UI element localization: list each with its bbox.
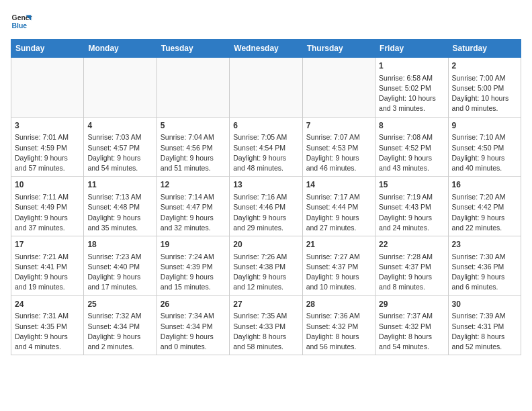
day-info: Sunrise: 7:01 AM Sunset: 4:59 PM Dayligh…: [15, 132, 80, 173]
calendar-cell: 24Sunrise: 7:31 AM Sunset: 4:35 PM Dayli…: [11, 295, 84, 355]
day-info: Sunrise: 7:37 AM Sunset: 4:32 PM Dayligh…: [379, 311, 444, 352]
calendar-cell: [84, 58, 157, 118]
calendar-cell: 2Sunrise: 7:00 AM Sunset: 5:00 PM Daylig…: [448, 58, 521, 118]
day-number: 16: [452, 179, 517, 191]
day-info: Sunrise: 7:23 AM Sunset: 4:40 PM Dayligh…: [87, 252, 152, 293]
calendar-cell: 4Sunrise: 7:03 AM Sunset: 4:57 PM Daylig…: [84, 117, 157, 177]
calendar-week-5: 24Sunrise: 7:31 AM Sunset: 4:35 PM Dayli…: [11, 295, 521, 355]
calendar-cell: 13Sunrise: 7:16 AM Sunset: 4:46 PM Dayli…: [230, 177, 302, 236]
day-number: 21: [306, 239, 371, 250]
day-info: Sunrise: 7:34 AM Sunset: 4:34 PM Dayligh…: [161, 311, 226, 352]
day-number: 26: [161, 299, 226, 310]
day-number: 18: [87, 239, 152, 250]
calendar-cell: 17Sunrise: 7:21 AM Sunset: 4:41 PM Dayli…: [11, 236, 84, 296]
calendar-cell: 16Sunrise: 7:20 AM Sunset: 4:42 PM Dayli…: [448, 177, 521, 236]
calendar-cell: [302, 58, 375, 118]
weekday-header-wednesday: Wednesday: [230, 40, 302, 58]
day-number: 15: [379, 179, 444, 191]
day-number: 23: [452, 239, 517, 250]
weekday-header-friday: Friday: [375, 40, 448, 58]
day-number: 24: [15, 299, 80, 310]
svg-text:Blue: Blue: [12, 22, 28, 30]
day-number: 19: [161, 239, 226, 250]
weekday-header-sunday: Sunday: [11, 40, 84, 58]
day-number: 3: [15, 120, 80, 132]
calendar-cell: 12Sunrise: 7:14 AM Sunset: 4:47 PM Dayli…: [157, 177, 229, 236]
day-info: Sunrise: 7:19 AM Sunset: 4:43 PM Dayligh…: [379, 192, 444, 233]
day-info: Sunrise: 7:21 AM Sunset: 4:41 PM Dayligh…: [15, 252, 80, 293]
day-number: 6: [233, 120, 298, 132]
calendar-cell: [157, 58, 229, 118]
day-info: Sunrise: 7:04 AM Sunset: 4:56 PM Dayligh…: [161, 132, 226, 173]
day-number: 12: [161, 179, 226, 191]
calendar-cell: 11Sunrise: 7:13 AM Sunset: 4:48 PM Dayli…: [84, 177, 157, 236]
day-info: Sunrise: 7:05 AM Sunset: 4:54 PM Dayligh…: [233, 132, 298, 173]
calendar-cell: 26Sunrise: 7:34 AM Sunset: 4:34 PM Dayli…: [157, 295, 229, 355]
calendar-cell: 23Sunrise: 7:30 AM Sunset: 4:36 PM Dayli…: [448, 236, 521, 296]
logo: General Blue: [11, 11, 32, 32]
calendar-cell: 19Sunrise: 7:24 AM Sunset: 4:39 PM Dayli…: [157, 236, 229, 296]
weekday-header-row: SundayMondayTuesdayWednesdayThursdayFrid…: [11, 40, 521, 58]
day-info: Sunrise: 7:14 AM Sunset: 4:47 PM Dayligh…: [161, 192, 226, 233]
calendar-cell: 30Sunrise: 7:39 AM Sunset: 4:31 PM Dayli…: [448, 295, 521, 355]
weekday-header-monday: Monday: [84, 40, 157, 58]
day-info: Sunrise: 7:16 AM Sunset: 4:46 PM Dayligh…: [233, 192, 298, 233]
day-number: 13: [233, 179, 298, 191]
day-info: Sunrise: 7:31 AM Sunset: 4:35 PM Dayligh…: [15, 311, 80, 352]
calendar-cell: 1Sunrise: 6:58 AM Sunset: 5:02 PM Daylig…: [375, 58, 448, 118]
calendar-cell: [230, 58, 302, 118]
day-number: 27: [233, 299, 298, 310]
calendar-cell: 3Sunrise: 7:01 AM Sunset: 4:59 PM Daylig…: [11, 117, 84, 177]
day-number: 8: [379, 120, 444, 132]
day-info: Sunrise: 7:39 AM Sunset: 4:31 PM Dayligh…: [452, 311, 517, 352]
calendar-cell: 10Sunrise: 7:11 AM Sunset: 4:49 PM Dayli…: [11, 177, 84, 236]
weekday-header-thursday: Thursday: [302, 40, 375, 58]
day-info: Sunrise: 7:17 AM Sunset: 4:44 PM Dayligh…: [306, 192, 371, 233]
calendar-cell: 7Sunrise: 7:07 AM Sunset: 4:53 PM Daylig…: [302, 117, 375, 177]
day-info: Sunrise: 7:32 AM Sunset: 4:34 PM Dayligh…: [87, 311, 152, 352]
day-info: Sunrise: 7:24 AM Sunset: 4:39 PM Dayligh…: [161, 252, 226, 293]
day-info: Sunrise: 7:28 AM Sunset: 4:37 PM Dayligh…: [379, 252, 444, 293]
day-info: Sunrise: 7:07 AM Sunset: 4:53 PM Dayligh…: [306, 132, 371, 173]
calendar-cell: 5Sunrise: 7:04 AM Sunset: 4:56 PM Daylig…: [157, 117, 229, 177]
day-number: 11: [87, 179, 152, 191]
day-info: Sunrise: 7:36 AM Sunset: 4:32 PM Dayligh…: [306, 311, 371, 352]
day-number: 10: [15, 179, 80, 191]
calendar-cell: 8Sunrise: 7:08 AM Sunset: 4:52 PM Daylig…: [375, 117, 448, 177]
day-number: 9: [452, 120, 517, 132]
calendar-cell: [11, 58, 84, 118]
calendar-cell: 27Sunrise: 7:35 AM Sunset: 4:33 PM Dayli…: [230, 295, 302, 355]
calendar-week-4: 17Sunrise: 7:21 AM Sunset: 4:41 PM Dayli…: [11, 236, 521, 296]
day-info: Sunrise: 7:30 AM Sunset: 4:36 PM Dayligh…: [452, 252, 517, 293]
day-info: Sunrise: 7:35 AM Sunset: 4:33 PM Dayligh…: [233, 311, 298, 352]
calendar-cell: 18Sunrise: 7:23 AM Sunset: 4:40 PM Dayli…: [84, 236, 157, 296]
day-info: Sunrise: 7:27 AM Sunset: 4:37 PM Dayligh…: [306, 252, 371, 293]
header: General Blue: [11, 11, 521, 32]
calendar-cell: 22Sunrise: 7:28 AM Sunset: 4:37 PM Dayli…: [375, 236, 448, 296]
day-info: Sunrise: 7:03 AM Sunset: 4:57 PM Dayligh…: [87, 132, 152, 173]
calendar-cell: 29Sunrise: 7:37 AM Sunset: 4:32 PM Dayli…: [375, 295, 448, 355]
calendar-week-3: 10Sunrise: 7:11 AM Sunset: 4:49 PM Dayli…: [11, 177, 521, 236]
day-number: 22: [379, 239, 444, 250]
calendar-cell: 6Sunrise: 7:05 AM Sunset: 4:54 PM Daylig…: [230, 117, 302, 177]
weekday-header-tuesday: Tuesday: [157, 40, 229, 58]
day-number: 29: [379, 299, 444, 310]
day-number: 7: [306, 120, 371, 132]
day-info: Sunrise: 7:10 AM Sunset: 4:50 PM Dayligh…: [452, 132, 517, 173]
calendar-cell: 15Sunrise: 7:19 AM Sunset: 4:43 PM Dayli…: [375, 177, 448, 236]
day-info: Sunrise: 7:11 AM Sunset: 4:49 PM Dayligh…: [15, 192, 80, 233]
calendar-cell: 14Sunrise: 7:17 AM Sunset: 4:44 PM Dayli…: [302, 177, 375, 236]
day-info: Sunrise: 7:26 AM Sunset: 4:38 PM Dayligh…: [233, 252, 298, 293]
day-info: Sunrise: 7:00 AM Sunset: 5:00 PM Dayligh…: [452, 73, 517, 114]
day-number: 20: [233, 239, 298, 250]
day-info: Sunrise: 6:58 AM Sunset: 5:02 PM Dayligh…: [379, 73, 444, 114]
weekday-header-saturday: Saturday: [448, 40, 521, 58]
day-number: 2: [452, 60, 517, 72]
day-number: 30: [452, 299, 517, 310]
day-number: 5: [161, 120, 226, 132]
day-number: 14: [306, 179, 371, 191]
calendar-table: SundayMondayTuesdayWednesdayThursdayFrid…: [11, 39, 521, 355]
calendar-cell: 25Sunrise: 7:32 AM Sunset: 4:34 PM Dayli…: [84, 295, 157, 355]
day-number: 4: [87, 120, 152, 132]
day-info: Sunrise: 7:08 AM Sunset: 4:52 PM Dayligh…: [379, 132, 444, 173]
